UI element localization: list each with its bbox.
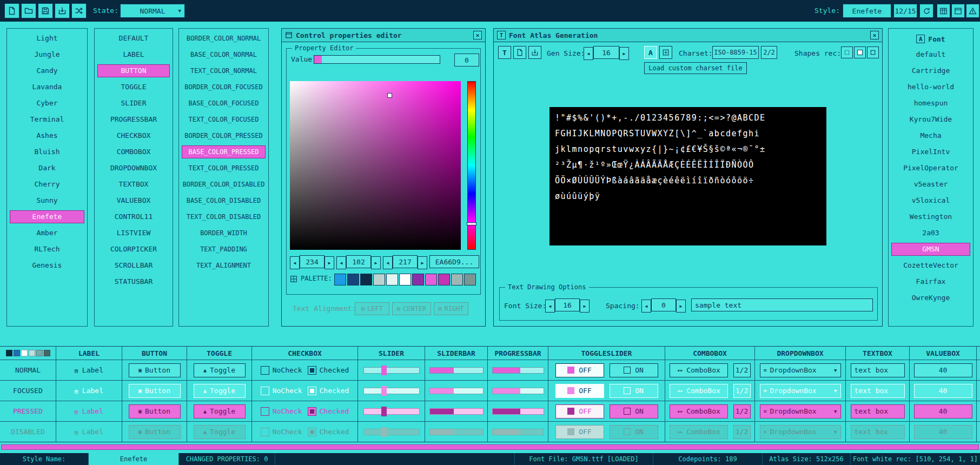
demo-button[interactable]: ▣Button	[129, 404, 181, 418]
demo-dropdownbox[interactable]: ≡DropdownBox▼	[760, 363, 841, 377]
control-properties-titlebar[interactable]: Control properties editor ×	[282, 29, 485, 42]
status-style-name[interactable]: Enefete	[88, 453, 178, 465]
property-item-base-color-normal[interactable]: BASE_COLOR_NORMAL	[182, 48, 266, 61]
demo-button[interactable]: ▣Button	[129, 425, 181, 439]
pressed-slider-cell[interactable]	[358, 401, 425, 421]
demo-toggle[interactable]: ▲Toggle	[194, 425, 246, 439]
control-item-scrollbar[interactable]: SCROLLBAR	[97, 259, 170, 272]
demo-combobox[interactable]: ◂▸ComboBox	[670, 404, 728, 418]
demo-combobox[interactable]: ◂▸ComboBox	[670, 384, 728, 398]
theme-item-sunny[interactable]: Sunny	[10, 194, 84, 207]
focused-label-cell[interactable]: ▤ Label	[56, 381, 122, 401]
demo-toggle[interactable]: ▲Toggle	[194, 384, 246, 398]
disabled-sliderbar-cell[interactable]	[425, 422, 488, 442]
disabled-valuebox-cell[interactable]: 40	[910, 422, 977, 442]
font-item-cozettevector[interactable]: CozetteVector	[891, 259, 970, 272]
disabled-dropdownbox-cell[interactable]: ≡DropdownBox▼	[755, 422, 846, 442]
normal-textbox-cell[interactable]: text box	[846, 360, 910, 380]
property-item-text-padding[interactable]: TEXT_PADDING	[182, 243, 266, 256]
demo-button[interactable]: ▣Button	[129, 363, 181, 377]
property-item-base-color-pressed[interactable]: BASE_COLOR_PRESSED	[182, 145, 266, 158]
disabled-toggleslider-cell[interactable]: OFFON	[548, 422, 665, 442]
open-style-button[interactable]	[21, 3, 36, 18]
hex-value-box[interactable]: EA66D9...	[429, 255, 479, 268]
checkbox-box-checked[interactable]	[308, 428, 316, 436]
red-increment-button[interactable]: ▶	[325, 256, 334, 269]
value-box[interactable]: 0	[454, 54, 479, 67]
demo-sliderbar[interactable]	[429, 388, 484, 394]
demo-textbox[interactable]: text box	[851, 425, 905, 439]
demo-checkbox-unchecked[interactable]: NoCheck	[261, 407, 302, 416]
window-snapshot-button[interactable]	[951, 4, 965, 18]
demo-valuebox[interactable]: 40	[914, 404, 972, 418]
control-item-default[interactable]: DEFAULT	[97, 32, 170, 45]
font-item-cartridge[interactable]: Cartridge	[891, 64, 970, 77]
font-item-default[interactable]: default	[891, 48, 970, 61]
focused-textbox-cell[interactable]: text box	[846, 381, 910, 401]
normal-slider-cell[interactable]	[358, 360, 425, 380]
green-increment-button[interactable]: ▶	[371, 256, 381, 269]
slider-knob[interactable]	[381, 366, 387, 375]
font-item-v5loxical[interactable]: v5loxical	[891, 194, 970, 207]
palette-color-5[interactable]	[399, 274, 411, 285]
red-value[interactable]: 234	[300, 255, 325, 268]
palette-color-9[interactable]	[451, 274, 463, 285]
checkbox-box-checked[interactable]	[308, 387, 316, 395]
gen-size-value[interactable]: 16	[593, 46, 619, 59]
demo-checkbox-unchecked[interactable]: NoCheck	[261, 387, 302, 395]
focused-combobox-cell[interactable]: ◂▸ComboBox1/2	[665, 381, 755, 401]
new-style-button[interactable]	[4, 3, 19, 18]
property-item-base-color-focused[interactable]: BASE_COLOR_FOCUSED	[182, 97, 266, 110]
control-item-dropdownbox[interactable]: DROPDOWNBOX	[97, 162, 170, 175]
focused-toggle-cell[interactable]: ▲Toggle	[187, 381, 252, 401]
red-decrement-button[interactable]: ◀	[290, 256, 300, 269]
focused-button-cell[interactable]: ▣Button	[122, 381, 187, 401]
reset-charset-button[interactable]	[659, 46, 672, 59]
property-item-border-width[interactable]: BORDER_WIDTH	[182, 227, 266, 240]
spacing-value[interactable]: 0	[651, 298, 676, 311]
pressed-toggle-cell[interactable]: ▲Toggle	[187, 401, 252, 421]
palette-color-3[interactable]	[373, 274, 385, 285]
green-decrement-button[interactable]: ◀	[336, 256, 346, 269]
demo-sliderbar[interactable]	[429, 429, 484, 435]
disabled-combobox-cell[interactable]: ◂▸ComboBox1/2	[665, 422, 755, 442]
export-style-button[interactable]	[55, 3, 70, 18]
palette-color-10[interactable]	[464, 274, 476, 285]
slider-knob[interactable]	[381, 407, 387, 416]
normal-sliderbar-cell[interactable]	[425, 360, 488, 380]
demo-checkbox-unchecked[interactable]: NoCheck	[261, 366, 302, 375]
disabled-label-cell[interactable]: ▤ Label	[56, 422, 122, 442]
blue-decrement-button[interactable]: ◀	[383, 256, 393, 269]
theme-item-terminal[interactable]: Terminal	[10, 113, 84, 126]
demo-toggle[interactable]: ▲Toggle	[194, 363, 246, 377]
close-icon[interactable]: ×	[870, 31, 879, 39]
demo-checkbox-checked[interactable]: Checked	[308, 366, 349, 375]
blue-increment-button[interactable]: ▶	[418, 256, 427, 269]
demo-toggle-slider-off[interactable]: OFF	[555, 384, 604, 398]
state-dropdown[interactable]: NORMAL ▼	[120, 4, 185, 18]
demo-checkbox-checked[interactable]: Checked	[308, 428, 349, 436]
theme-item-jungle[interactable]: Jungle	[10, 48, 84, 61]
checkbox-box-checked[interactable]	[308, 366, 316, 375]
palette-color-2[interactable]	[360, 274, 372, 285]
pressed-button-cell[interactable]: ▣Button	[122, 401, 187, 421]
gen-size-decrement-button[interactable]: ◀	[584, 47, 593, 60]
pressed-progressbar-cell[interactable]	[488, 401, 548, 421]
disabled-textbox-cell[interactable]: text box	[846, 422, 910, 442]
control-item-button[interactable]: BUTTON	[97, 64, 170, 77]
demo-dropdownbox[interactable]: ≡DropdownBox▼	[760, 425, 841, 439]
demo-valuebox[interactable]: 40	[914, 363, 972, 377]
control-item-checkbox[interactable]: CHECKBOX	[97, 129, 170, 142]
checkbox-box[interactable]	[261, 407, 269, 416]
demo-slider[interactable]	[363, 388, 420, 394]
pressed-textbox-cell[interactable]: text box	[846, 401, 910, 421]
font-item-fairfax[interactable]: Fairfax	[891, 275, 970, 288]
sample-text-input[interactable]: sample text	[691, 298, 873, 311]
theme-item-rltech[interactable]: RLTech	[10, 243, 84, 256]
theme-item-ashes[interactable]: Ashes	[10, 129, 84, 142]
normal-checkbox-cell[interactable]: NoCheckChecked	[252, 360, 358, 380]
property-item-text-color-focused[interactable]: TEXT_COLOR_FOCUSED	[182, 113, 266, 126]
demo-toggle-slider-off[interactable]: OFF	[555, 425, 604, 439]
demo-checkbox-checked[interactable]: Checked	[308, 407, 349, 416]
checkbox-box[interactable]	[261, 366, 269, 375]
